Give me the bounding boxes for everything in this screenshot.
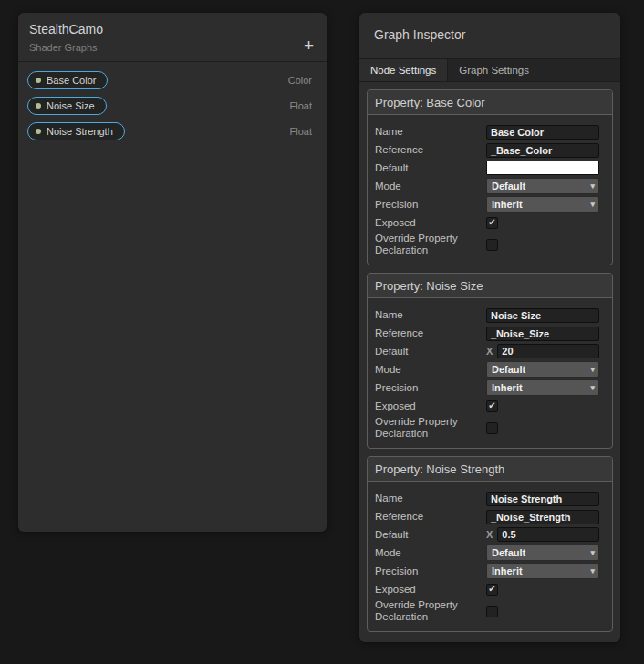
mode-row: Mode Default ▾ <box>375 360 599 379</box>
blackboard-title: StealthCamo <box>29 22 314 36</box>
property-pill-label: Noise Size <box>47 100 95 111</box>
chevron-down-icon: ▾ <box>590 567 595 576</box>
chevron-down-icon: ▾ <box>590 182 595 191</box>
color-swatch[interactable] <box>486 161 599 175</box>
default-label: Default <box>375 162 486 174</box>
mode-label: Mode <box>375 547 486 559</box>
graph-inspector-title: Graph Inspector <box>374 27 606 42</box>
override-checkbox[interactable] <box>486 606 498 617</box>
default-row: Default <box>375 159 599 177</box>
override-label: Override Property Declaration <box>375 599 486 623</box>
reference-label: Reference <box>375 144 486 156</box>
tab-graph-settings[interactable]: Graph Settings <box>448 59 540 81</box>
default-float-input[interactable] <box>497 344 599 358</box>
property-pill-noise-strength[interactable]: Noise Strength <box>27 122 125 140</box>
exposed-checkbox[interactable]: ✔ <box>486 584 498 596</box>
property-pill-base-color[interactable]: Base Color <box>27 71 108 89</box>
property-pill-label: Noise Strength <box>47 126 113 137</box>
blackboard-panel: StealthCamo Shader Graphs + Base Color C… <box>18 13 327 532</box>
section-header[interactable]: Property: Base Color <box>368 90 612 115</box>
mode-row: Mode Default ▾ <box>375 177 599 195</box>
blackboard-list: Base Color Color Noise Size Float Noise … <box>18 62 327 144</box>
graph-inspector-header: Graph Inspector <box>359 13 620 58</box>
precision-label: Precision <box>375 199 486 211</box>
exposed-row: Exposed ✔ <box>375 580 599 598</box>
property-pill-noise-size[interactable]: Noise Size <box>27 97 107 115</box>
section-body: Name Reference Default X <box>368 298 612 448</box>
section-body: Name Reference Default X <box>368 482 612 631</box>
override-row: Override Property Declaration <box>375 598 599 624</box>
name-input[interactable] <box>486 308 599 323</box>
precision-row: Precision Inherit ▾ <box>375 379 599 397</box>
override-row: Override Property Declaration <box>375 415 599 441</box>
default-float-input[interactable] <box>497 527 599 542</box>
name-row: Name <box>375 122 599 140</box>
reference-input[interactable] <box>486 510 599 524</box>
property-type-label: Float <box>290 100 312 111</box>
inspector-tab-bar: Node Settings Graph Settings <box>359 58 620 82</box>
exposed-checkbox[interactable]: ✔ <box>486 217 498 229</box>
precision-row: Precision Inherit ▾ <box>375 195 599 213</box>
mode-dropdown[interactable]: Default ▾ <box>486 545 599 561</box>
chevron-down-icon: ▾ <box>590 201 595 209</box>
name-input[interactable] <box>486 125 599 140</box>
checkmark-icon: ✔ <box>488 585 495 594</box>
override-label: Override Property Declaration <box>375 233 486 256</box>
exposed-row: Exposed ✔ <box>375 397 599 415</box>
override-checkbox[interactable] <box>486 239 498 251</box>
reference-input[interactable] <box>486 327 599 341</box>
precision-label: Precision <box>375 565 486 577</box>
name-row: Name <box>375 306 599 324</box>
chevron-down-icon: ▾ <box>590 366 595 374</box>
reference-row: Reference <box>375 507 599 525</box>
default-row: Default X <box>375 525 599 544</box>
mode-value: Default <box>492 364 525 375</box>
name-label: Name <box>375 126 486 138</box>
reference-label: Reference <box>375 327 486 339</box>
precision-value: Inherit <box>492 565 523 576</box>
mode-value: Default <box>492 181 525 192</box>
exposed-dot-icon <box>36 129 41 134</box>
exposed-checkbox[interactable]: ✔ <box>486 400 498 412</box>
precision-dropdown[interactable]: Inherit ▾ <box>486 379 599 396</box>
section-body: Name Reference Default Mode Default <box>368 115 612 265</box>
exposed-row: Exposed ✔ <box>375 213 599 232</box>
exposed-label: Exposed <box>375 400 486 412</box>
reference-input[interactable] <box>486 143 599 158</box>
graph-inspector-panel: Graph Inspector Node Settings Graph Sett… <box>359 13 620 642</box>
chevron-down-icon: ▾ <box>590 549 595 557</box>
tab-node-settings[interactable]: Node Settings <box>359 59 448 81</box>
precision-dropdown[interactable]: Inherit ▾ <box>486 196 599 213</box>
section-header[interactable]: Property: Noise Strength <box>368 457 612 482</box>
property-type-label: Float <box>290 126 312 137</box>
mode-value: Default <box>492 547 525 558</box>
exposed-label: Exposed <box>375 217 486 229</box>
x-axis-label: X <box>486 529 493 540</box>
property-section-noise-size: Property: Noise Size Name Reference Defa… <box>367 273 613 449</box>
reference-row: Reference <box>375 324 599 342</box>
mode-label: Mode <box>375 181 486 192</box>
precision-dropdown[interactable]: Inherit ▾ <box>486 563 599 579</box>
exposed-label: Exposed <box>375 584 486 596</box>
list-item: Noise Strength Float <box>18 119 327 144</box>
x-axis-label: X <box>486 346 493 357</box>
section-header[interactable]: Property: Noise Size <box>368 274 612 298</box>
add-property-icon[interactable]: + <box>304 37 314 54</box>
name-input[interactable] <box>486 492 599 506</box>
mode-label: Mode <box>375 364 486 376</box>
override-checkbox[interactable] <box>486 422 498 434</box>
property-pill-label: Base Color <box>47 75 96 86</box>
exposed-dot-icon <box>36 78 41 83</box>
precision-label: Precision <box>375 382 486 394</box>
default-label: Default <box>375 529 486 541</box>
property-type-label: Color <box>288 75 312 86</box>
mode-dropdown[interactable]: Default ▾ <box>486 178 599 194</box>
mode-row: Mode Default ▾ <box>375 544 599 562</box>
name-label: Name <box>375 493 486 504</box>
mode-dropdown[interactable]: Default ▾ <box>486 361 599 378</box>
precision-value: Inherit <box>492 199 523 210</box>
checkmark-icon: ✔ <box>488 218 495 227</box>
list-item: Noise Size Float <box>18 93 327 119</box>
chevron-down-icon: ▾ <box>590 384 595 392</box>
property-section-base-color: Property: Base Color Name Reference Defa… <box>367 89 613 265</box>
